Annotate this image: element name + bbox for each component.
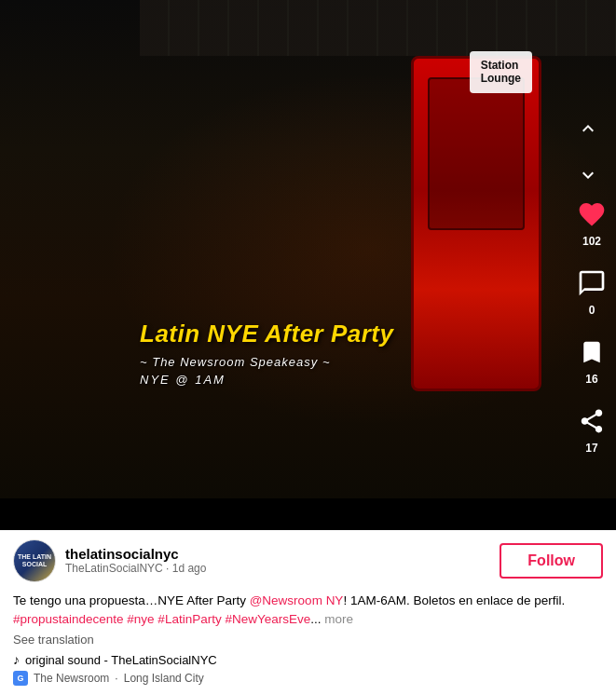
action-controls: 102 0 16	[573, 196, 610, 455]
nav-up-button[interactable]	[571, 112, 605, 145]
location-row: G The Newsroom · Long Island City	[13, 671, 603, 686]
maps-icon: G	[13, 671, 28, 686]
caption-ellipsis: ...	[310, 612, 321, 626]
caption-suffix: ! 1AM-6AM. Boletos en enlace de perfil.	[343, 593, 565, 607]
user-row: THE LATIN SOCIAL thelatinsocialnyc TheLa…	[13, 539, 603, 582]
nav-arrows	[571, 112, 605, 192]
share-control: 17	[573, 402, 610, 455]
avatar[interactable]: THE LATIN SOCIAL	[13, 539, 56, 582]
location-name[interactable]: The Newsroom	[34, 672, 109, 685]
user-meta: TheLatinSocialNYC · 1d ago	[65, 562, 490, 575]
sign-line1: Station	[481, 59, 519, 72]
video-time-text: NYE @ 1AM	[140, 373, 597, 387]
like-control: 102	[573, 196, 610, 248]
see-translation-link[interactable]: See translation	[13, 633, 603, 647]
avatar-label: THE LATIN SOCIAL	[14, 553, 55, 567]
bottom-panel: THE LATIN SOCIAL thelatinsocialnyc TheLa…	[0, 530, 616, 696]
location-city: Long Island City	[124, 672, 204, 685]
caption-hashtags[interactable]: #propustaindecente #nye #LatinParty #New…	[13, 612, 310, 626]
video-container: Station Lounge Latin NYE After Party ~ T…	[0, 0, 616, 498]
follow-button[interactable]: Follow	[500, 543, 603, 579]
sound-row: ♪ original sound - TheLatinSocialNYC	[13, 652, 603, 667]
like-count: 102	[582, 235, 601, 248]
caption-prefix: Te tengo una propuesta…NYE After Party	[13, 593, 250, 607]
caption-mention[interactable]: @Newsroom NY	[250, 593, 344, 607]
caption: Te tengo una propuesta…NYE After Party @…	[13, 592, 603, 630]
location-separator: ·	[115, 672, 117, 685]
station-lounge-sign: Station Lounge	[470, 51, 532, 93]
video-main-title: Latin NYE After Party	[140, 320, 597, 348]
video-text-overlay: Latin NYE After Party ~ The Newsroom Spe…	[140, 320, 597, 387]
more-button[interactable]: more	[324, 612, 353, 626]
user-info: thelatinsocialnyc TheLatinSocialNYC · 1d…	[65, 546, 490, 575]
music-icon: ♪	[13, 652, 20, 667]
nav-down-button[interactable]	[571, 158, 605, 192]
bookmark-control: 16	[573, 334, 610, 386]
bookmark-count: 16	[585, 373, 597, 386]
sign-line2: Lounge	[481, 72, 521, 85]
share-button[interactable]	[573, 402, 610, 440]
sound-label[interactable]: original sound - TheLatinSocialNYC	[25, 653, 217, 667]
ceiling-detail	[140, 0, 616, 56]
share-count: 17	[585, 442, 597, 455]
video-sub-title: ~ The Newsroom Speakeasy ~	[140, 355, 597, 369]
bookmark-button[interactable]	[573, 334, 610, 371]
comment-count: 0	[589, 304, 595, 317]
username[interactable]: thelatinsocialnyc	[65, 546, 490, 562]
like-button[interactable]	[573, 196, 610, 233]
comment-control: 0	[573, 265, 610, 317]
comment-button[interactable]	[573, 265, 610, 302]
